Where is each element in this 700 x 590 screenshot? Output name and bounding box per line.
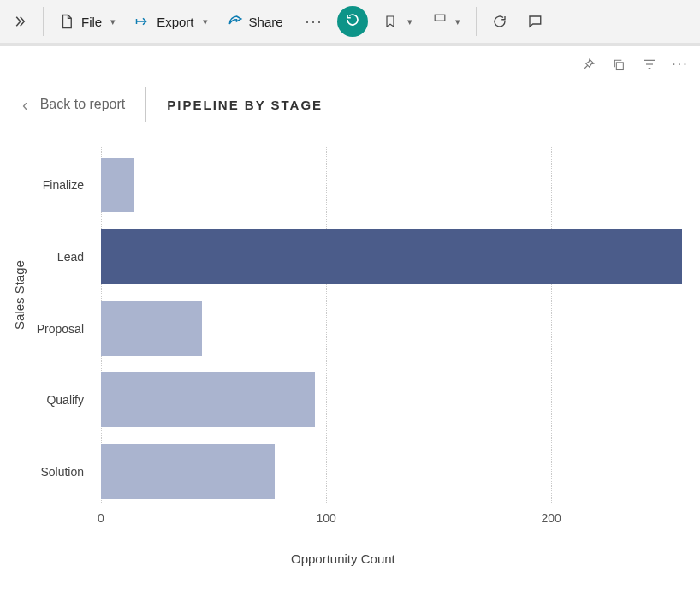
share-label: Share — [249, 15, 283, 29]
more-visual-options-button[interactable]: ··· — [673, 57, 688, 72]
y-axis-label: Sales Stage — [12, 260, 27, 330]
file-menu-button[interactable]: File ▾ — [50, 4, 124, 39]
plot-area[interactable]: 0100200FinalizeLeadProposalQualifySoluti… — [101, 146, 686, 521]
view-menu-button[interactable]: ▾ — [423, 4, 469, 39]
chevrons-right-icon — [12, 14, 27, 29]
file-icon — [59, 14, 74, 29]
back-label: Back to report — [40, 97, 126, 112]
x-tick-label: 0 — [98, 511, 104, 525]
svg-rect-0 — [435, 15, 445, 21]
visual-header: ··· — [0, 46, 700, 72]
bar-solution[interactable] — [101, 444, 275, 499]
reset-icon — [345, 12, 360, 31]
chevron-down-icon: ▾ — [203, 16, 208, 27]
svg-rect-1 — [616, 62, 623, 69]
refresh-button[interactable] — [483, 4, 516, 39]
x-tick-label: 100 — [316, 511, 335, 525]
bookmark-icon — [383, 14, 399, 29]
chart: Sales Stage 0100200FinalizeLeadProposalQ… — [0, 137, 700, 590]
y-tick-label: Proposal — [0, 322, 92, 336]
bar-proposal[interactable] — [101, 301, 202, 356]
breadcrumb: ‹ Back to report Pipeline by Stage — [0, 72, 700, 122]
ellipsis-icon: ··· — [668, 57, 691, 72]
bookmark-menu-button[interactable]: ▾ — [375, 4, 421, 39]
gridline — [326, 146, 327, 504]
share-button[interactable]: Share — [218, 4, 292, 39]
y-tick-label: Solution — [0, 465, 92, 479]
comments-button[interactable] — [518, 4, 550, 39]
chevron-down-icon: ▾ — [110, 16, 116, 27]
more-options-button[interactable]: ··· — [294, 4, 335, 39]
bar-finalize[interactable] — [101, 158, 134, 212]
chevron-down-icon: ▾ — [407, 16, 412, 27]
pin-visual-button[interactable] — [580, 57, 596, 72]
reset-button[interactable] — [337, 6, 368, 37]
toolbar-separator — [476, 7, 477, 36]
y-tick-label: Lead — [0, 250, 92, 264]
rectangle-icon — [431, 14, 447, 29]
export-menu-label: Export — [157, 15, 193, 29]
toolbar-separator — [43, 7, 44, 36]
gridline — [551, 146, 552, 504]
chevron-left-icon: ‹ — [22, 95, 28, 115]
visual-title: Pipeline by Stage — [167, 98, 323, 112]
refresh-icon — [492, 14, 507, 29]
x-axis-label: Opportunity Count — [291, 551, 395, 566]
filter-visual-button[interactable] — [642, 57, 657, 72]
ellipsis-icon: ··· — [302, 13, 327, 31]
back-to-report-button[interactable]: ‹ Back to report — [22, 95, 125, 115]
share-icon — [227, 14, 242, 29]
app-toolbar: File ▾ Export ▾ Share ··· ▾ ▾ — [0, 0, 700, 46]
copy-visual-button[interactable] — [611, 57, 626, 72]
expand-ribbon-button[interactable] — [3, 4, 36, 39]
y-tick-label: Finalize — [0, 178, 92, 192]
export-menu-button[interactable]: Export ▾ — [126, 4, 216, 39]
export-icon — [134, 14, 150, 29]
file-menu-label: File — [81, 15, 102, 29]
bar-lead[interactable] — [101, 229, 682, 284]
chat-icon — [526, 14, 542, 29]
y-tick-label: Qualify — [0, 393, 92, 407]
chevron-down-icon: ▾ — [455, 16, 460, 27]
breadcrumb-separator — [145, 87, 146, 122]
x-tick-label: 200 — [541, 511, 561, 525]
bar-qualify[interactable] — [101, 372, 315, 427]
